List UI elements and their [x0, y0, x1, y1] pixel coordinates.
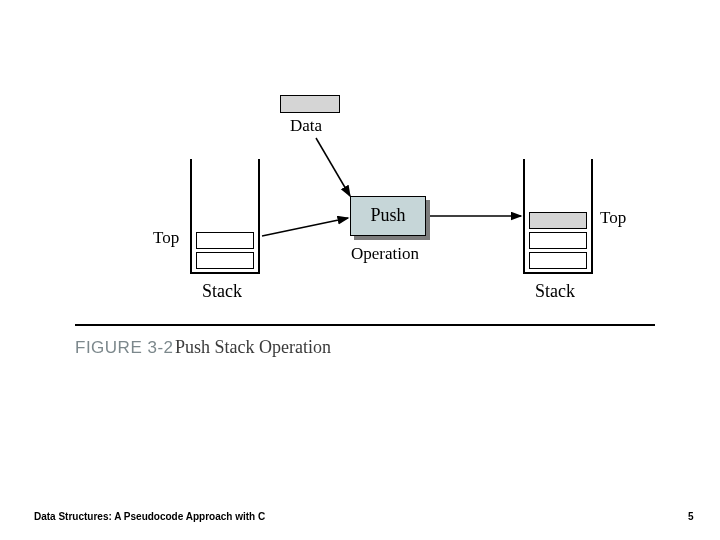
footer-book-title: Data Structures: A Pseudocode Approach w… — [34, 511, 265, 522]
svg-line-0 — [316, 138, 350, 196]
svg-line-1 — [262, 218, 348, 236]
figure-number: FIGURE 3-2 — [75, 338, 174, 358]
footer-page-number: 5 — [688, 511, 694, 522]
figure-diagram: Data Top Stack Push Operation Top Stack — [0, 0, 720, 540]
arrow-data-to-push — [0, 0, 720, 540]
caption-divider — [75, 324, 655, 326]
figure-title: Push Stack Operation — [175, 337, 331, 358]
